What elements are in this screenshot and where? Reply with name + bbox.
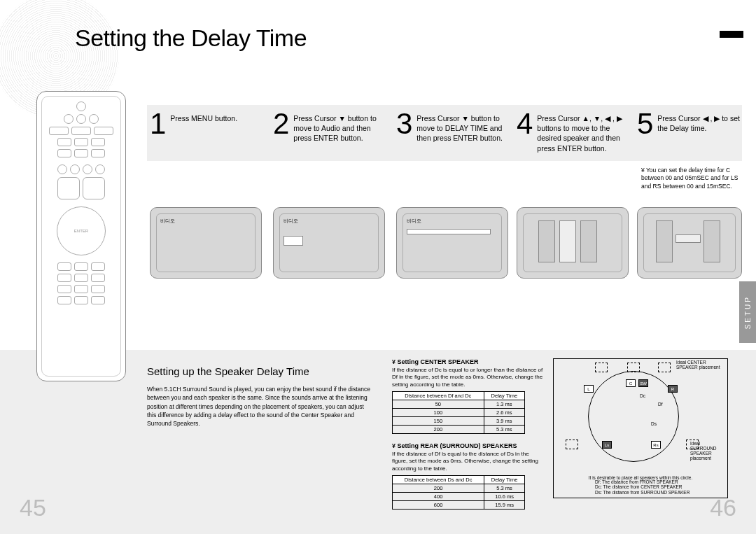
step-4: 4 Press Cursor ▲, ▼, ◀ , ▶ buttons to mo… <box>517 109 634 279</box>
tv-screen-4 <box>517 207 629 279</box>
rear-text: If the distance of Df is equal to the di… <box>392 451 546 472</box>
step-2: 2 Press Cursor ▼ button to move to Audio… <box>273 109 391 279</box>
step-text: Press MENU button. <box>170 109 237 123</box>
center-table: Distance between Df and DcDelay Time 501… <box>392 391 525 434</box>
delay-time-note: ¥ You can set the delay time for C betwe… <box>641 167 746 190</box>
subsection-title: Setting up the Speaker Delay Time <box>147 365 309 377</box>
rear-heading: ¥ Setting REAR (SURROUND) SPEAKERS <box>392 442 546 449</box>
page-title: Setting the Delay Time <box>75 24 307 52</box>
step-text: Press Cursor ◀ , ▶ to set the Delay time… <box>657 109 749 133</box>
step-num: 1 <box>150 109 166 139</box>
title-accent-bar <box>720 31 743 38</box>
setup-side-tab: SETUP <box>739 281 756 343</box>
tv-screen-5 <box>637 207 742 279</box>
step-num: 2 <box>273 109 289 139</box>
step-3: 3 Press Cursor ▼ button to move to DELAY… <box>396 109 514 279</box>
step-text: Press Cursor ▼ button to move to Audio a… <box>293 109 391 143</box>
page-number-right: 46 <box>710 494 736 521</box>
step-1: 1 Press MENU button. 비디오 <box>150 109 267 279</box>
diagram-legend: Df: The distance from FRONT SPEAKER Dc: … <box>595 479 690 496</box>
page-number-left: 45 <box>20 494 46 521</box>
center-speaker-block: ¥ Setting CENTER SPEAKER If the distance… <box>392 358 546 434</box>
remote-illustration <box>36 91 126 381</box>
step-text: Press Cursor ▲, ▼, ◀ , ▶ buttons to move… <box>537 109 634 153</box>
center-heading: ¥ Setting CENTER SPEAKER <box>392 358 546 365</box>
rear-speaker-block: ¥ Setting REAR (SURROUND) SPEAKERS If th… <box>392 442 546 510</box>
tv-screen-3: 비디오 <box>396 207 508 279</box>
rear-table: Distance between Ds and DcDelay Time 200… <box>392 475 525 510</box>
step-num: 5 <box>637 109 653 139</box>
center-text: If the distance of Dc is equal to or lon… <box>392 367 546 388</box>
step-text: Press Cursor ▼ button to move to DELAY T… <box>416 109 514 143</box>
tv-screen-1: 비디오 <box>150 207 262 279</box>
step-num: 3 <box>396 109 412 139</box>
tv-screen-2: 비디오 <box>273 207 385 279</box>
body-text: When 5.1CH Surround Sound is played, you… <box>147 385 371 428</box>
speaker-diagram: L C SW R Ls Rs Dc Df Ds Ideal CENTER SPE… <box>553 358 728 498</box>
step-num: 4 <box>517 109 533 139</box>
step-5: 5 Press Cursor ◀ , ▶ to set the Delay ti… <box>637 109 749 279</box>
